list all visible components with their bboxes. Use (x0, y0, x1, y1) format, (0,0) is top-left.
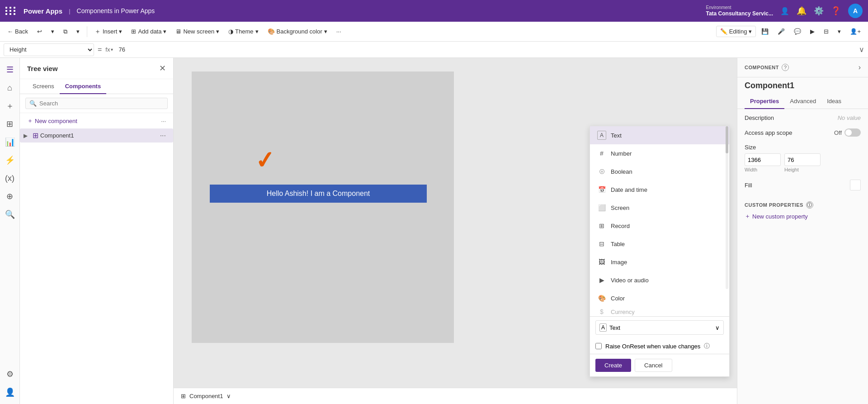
tab-screens[interactable]: Screens (27, 79, 60, 94)
mic-button[interactable]: 🎤 (774, 26, 788, 37)
plus-icon: ＋ (94, 28, 101, 36)
sidebar-item-power-automate[interactable]: ⚡ (2, 152, 18, 168)
layout-dropdown[interactable]: ▾ (834, 26, 844, 37)
canvas-area[interactable]: Hello Ashish! I am a Component A Text # … (174, 58, 737, 404)
panel-help-icon[interactable]: ? (782, 64, 789, 71)
insert-button[interactable]: ＋ Insert ▾ (91, 26, 126, 38)
component-name-heading: Component1 (737, 77, 868, 94)
type-item-table[interactable]: ⊟ Table (590, 235, 729, 253)
raise-onreset-checkbox[interactable] (595, 343, 602, 349)
sidebar-item-collections[interactable]: ⊕ (2, 188, 18, 204)
cancel-button[interactable]: Cancel (635, 359, 672, 372)
expand-icon[interactable]: ∨ (859, 45, 864, 54)
copy-button[interactable]: ⧉ (60, 26, 71, 37)
user-share-button[interactable]: 👤+ (846, 26, 864, 37)
type-item-color[interactable]: 🎨 Color (590, 289, 729, 307)
tree-item-component1[interactable]: ▶ ⊞ Component1 ··· (20, 128, 173, 143)
sidebar-item-charts[interactable]: 📊 (2, 134, 18, 150)
type-label-color: Color (611, 295, 625, 302)
type-item-currency[interactable]: $ Currency (590, 307, 729, 316)
dropdown-scrollbar[interactable] (726, 126, 728, 289)
type-label-currency: Currency (611, 309, 635, 315)
type-item-screen[interactable]: ⬜ Screen (590, 199, 729, 217)
custom-props-help-icon[interactable]: ⓘ (806, 201, 813, 209)
type-item-text[interactable]: A Text (590, 126, 729, 144)
type-item-image[interactable]: 🖼 Image (590, 253, 729, 271)
sidebar-item-search[interactable]: 🔍 (2, 206, 18, 223)
undo-button[interactable]: ↩ (33, 26, 46, 37)
share-icon: 👤+ (850, 28, 861, 35)
sidebar-item-variables[interactable]: (x) (2, 170, 18, 186)
access-scope-toggle-track[interactable] (844, 128, 861, 137)
tab-components[interactable]: Components (60, 79, 106, 94)
apps-grid-icon[interactable] (5, 7, 16, 15)
undo-dropdown[interactable]: ▾ (47, 26, 58, 37)
tree-actions: ＋ New component ··· (20, 113, 173, 128)
type-item-record[interactable]: ⊞ Record (590, 217, 729, 235)
bell-icon[interactable]: 🔔 (797, 6, 807, 16)
back-button[interactable]: ← Back (4, 26, 32, 37)
right-panel: COMPONENT ? › Component1 Properties Adva… (737, 58, 868, 404)
copy-dropdown[interactable]: ▾ (73, 26, 83, 37)
type-item-boolean[interactable]: ⦾ Boolean (590, 162, 729, 181)
size-section: Size Width Height (745, 144, 861, 172)
help-icon[interactable]: ❓ (831, 6, 841, 16)
property-select[interactable]: Height (4, 43, 94, 56)
tree-panel: Tree view ✕ Screens Components 🔍 ＋ New c… (20, 58, 174, 404)
top-nav: Power Apps | Components in Power Apps En… (0, 0, 868, 22)
height-label-right: Height (784, 167, 821, 172)
toggle-off-label: Off (834, 129, 842, 136)
type-item-datetime[interactable]: 📅 Date and time (590, 181, 729, 199)
add-data-button[interactable]: ⊞ Add data ▾ (127, 26, 170, 37)
create-button[interactable]: Create (595, 359, 631, 372)
sidebar-item-treeview[interactable]: ☰ (2, 62, 18, 78)
type-item-number[interactable]: # Number (590, 144, 729, 162)
new-screen-button[interactable]: 🖥 New screen ▾ (172, 26, 223, 37)
chevron-down-icon3: ▾ (119, 28, 122, 35)
description-value: No value (838, 114, 861, 121)
height-input[interactable] (784, 153, 821, 166)
tree-more-icon[interactable]: ··· (161, 118, 166, 124)
save-button[interactable]: 💾 (758, 26, 772, 37)
tree-close-button[interactable]: ✕ (159, 63, 166, 73)
sidebar-item-settings[interactable]: ⚙ (2, 366, 18, 382)
text-type-icon: A (597, 131, 606, 140)
bg-color-button[interactable]: 🎨 Background color ▾ (264, 26, 331, 37)
new-component-button[interactable]: ＋ New component (27, 117, 77, 125)
canvas-surface: Hello Ashish! I am a Component (192, 71, 454, 343)
sidebar-item-data[interactable]: ⊞ (2, 116, 18, 132)
type-item-video[interactable]: ▶ Video or audio (590, 271, 729, 289)
tab-properties[interactable]: Properties (745, 94, 784, 109)
type-dropdown-panel: A Text # Number ⦾ Boolean 📅 Date and tim… (590, 126, 730, 377)
fill-row: Fill (745, 180, 861, 190)
toolbar: ← Back ↩ ▾ ⧉ ▾ ＋ Insert ▾ ⊞ Add data ▾ 🖥… (0, 22, 868, 42)
width-input[interactable] (745, 153, 781, 166)
panel-expand-icon[interactable]: › (859, 63, 861, 71)
sidebar-item-insert[interactable]: ＋ (2, 98, 18, 114)
more-button[interactable]: ··· (333, 26, 345, 37)
type-label-number: Number (611, 150, 632, 157)
avatar[interactable]: A (848, 4, 863, 18)
tab-advanced[interactable]: Advanced (784, 94, 821, 109)
theme-button[interactable]: ◑ Theme ▾ (225, 26, 262, 37)
comment-button[interactable]: 💬 (790, 26, 805, 37)
layout-button[interactable]: ⊟ (820, 26, 832, 37)
canvas-component-label: Component1 (189, 393, 223, 399)
number-type-icon: # (597, 149, 606, 158)
component-icon: ⊞ (33, 131, 38, 140)
person-icon: 👤 (780, 7, 789, 15)
play-button[interactable]: ▶ (807, 26, 818, 37)
item-more-icon[interactable]: ··· (160, 132, 166, 140)
formula-input[interactable] (117, 43, 855, 56)
settings-icon[interactable]: ⚙️ (814, 6, 824, 16)
tab-ideas[interactable]: Ideas (821, 94, 847, 109)
new-custom-property-button[interactable]: ＋ New custom property (745, 212, 808, 220)
search-input[interactable] (39, 100, 164, 107)
component-expand-icon[interactable]: ∨ (226, 393, 231, 399)
screen-type-icon: ⬜ (597, 203, 606, 212)
selected-type-display[interactable]: A Text ∨ (595, 320, 724, 335)
editing-button[interactable]: ✏️ Editing ▾ (716, 26, 756, 37)
sidebar-item-account[interactable]: 👤 (2, 384, 18, 400)
fill-color-swatch[interactable] (850, 180, 861, 190)
sidebar-item-home[interactable]: ⌂ (2, 80, 18, 96)
